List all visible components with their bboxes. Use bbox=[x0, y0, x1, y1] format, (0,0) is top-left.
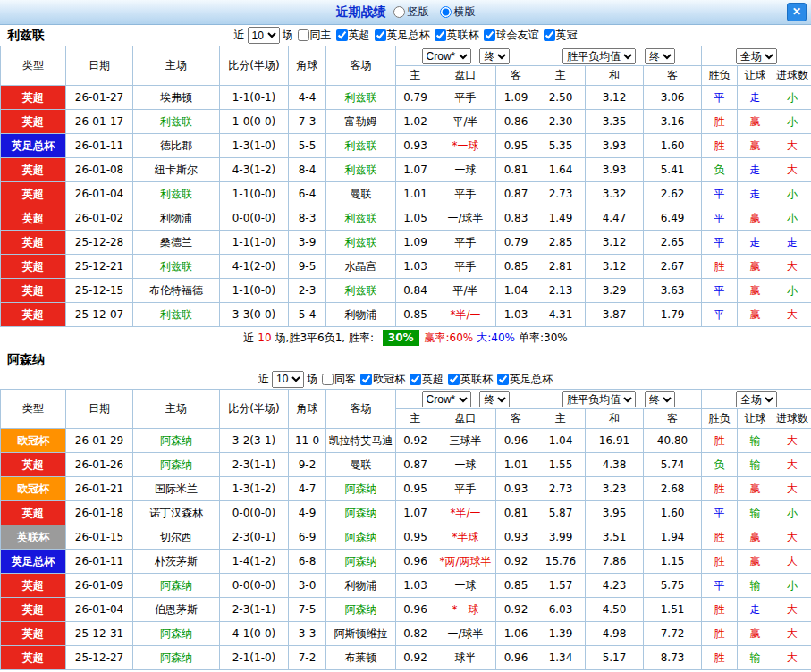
match-row: 英超26-01-09阿森纳0-0(0-0)3-0利物浦1.03一球0.851.5… bbox=[1, 574, 811, 598]
handicap-line: 一球 bbox=[435, 453, 496, 477]
lose-odds: 1.79 bbox=[644, 303, 702, 327]
result-goals: 大 bbox=[773, 525, 811, 550]
league-filter-2[interactable]: 英足总杯 bbox=[375, 28, 430, 43]
match-date: 26-01-15 bbox=[66, 525, 133, 550]
bookmaker-select[interactable]: Crow* bbox=[422, 48, 471, 64]
subcol-handicap-away: 客 bbox=[496, 66, 536, 86]
away-team: 阿森纳 bbox=[326, 525, 396, 550]
final-odds-select-2[interactable]: 终 bbox=[645, 391, 675, 407]
layout-radio-input[interactable] bbox=[440, 6, 452, 18]
scope-group-header: 全场 bbox=[702, 390, 811, 409]
filter-games-label: 场 bbox=[283, 28, 293, 43]
score: 1-1(1-0) bbox=[220, 231, 289, 255]
match-row: 欧冠杯26-01-29阿森纳3-2(3-1)11-0凯拉特艾马迪0.92三球半0… bbox=[1, 429, 811, 453]
away-team: 利兹联 bbox=[326, 279, 396, 303]
layout-radio-horizontal[interactable]: 横版 bbox=[440, 4, 476, 20]
league-filter-checkbox[interactable] bbox=[497, 374, 509, 385]
away-team: 利兹联 bbox=[326, 86, 396, 110]
league-filter-checkbox[interactable] bbox=[435, 29, 446, 41]
win-odds: 2.73 bbox=[536, 477, 586, 501]
odds-type-select[interactable]: 胜平负均值 bbox=[562, 391, 636, 407]
league-filter-4[interactable]: 球会友谊 bbox=[484, 28, 539, 43]
handicap-line: 平手 bbox=[435, 86, 496, 110]
league-filter-checkbox[interactable] bbox=[298, 29, 309, 41]
home-team: 利兹联 bbox=[133, 255, 220, 279]
handicap-home-odds: 1.05 bbox=[396, 206, 435, 231]
result-goals: 大 bbox=[773, 646, 811, 670]
league-filter-checkbox[interactable] bbox=[448, 374, 460, 385]
lose-odds: 1.94 bbox=[644, 525, 702, 550]
subcol-lose: 客 bbox=[644, 66, 702, 86]
league-filter-checkbox[interactable] bbox=[336, 29, 348, 41]
bookmaker-select[interactable]: Crow* bbox=[422, 391, 471, 407]
final-odds-select[interactable]: 终 bbox=[479, 391, 510, 407]
league-filter-3[interactable]: 英联杯 bbox=[448, 372, 493, 387]
result-wdl: 胜 bbox=[702, 134, 738, 158]
result-goals: 小 bbox=[773, 206, 811, 231]
close-button[interactable]: ✕ bbox=[787, 3, 807, 21]
lose-odds: 1.60 bbox=[644, 134, 702, 158]
subcol-handicap-away: 客 bbox=[496, 409, 536, 429]
filter-bar: 近10场同主英超英足总杯英联杯球会友谊英冠 bbox=[0, 25, 811, 46]
handicap-away-odds: 0.79 bbox=[496, 231, 536, 255]
league-filter-0[interactable]: 同客 bbox=[322, 372, 356, 387]
layout-radio-label: 竖版 bbox=[408, 4, 429, 20]
corners: 7-2 bbox=[289, 646, 326, 670]
final-odds-select-2[interactable]: 终 bbox=[645, 48, 675, 64]
league-filter-3[interactable]: 英联杯 bbox=[435, 28, 479, 43]
league-filter-1[interactable]: 欧冠杯 bbox=[360, 372, 405, 387]
league-filter-checkbox[interactable] bbox=[484, 29, 495, 41]
col-date-header: 日期 bbox=[66, 390, 133, 429]
league-filter-0[interactable]: 同主 bbox=[298, 28, 332, 43]
home-team: 阿森纳 bbox=[133, 622, 220, 646]
win-odds: 1.04 bbox=[536, 429, 586, 453]
match-count-select[interactable]: 10 bbox=[248, 27, 280, 44]
lose-odds: 6.49 bbox=[644, 206, 702, 231]
match-row: 英超26-01-02利物浦0-0(0-0)8-3利兹联1.05一/球半0.831… bbox=[1, 206, 811, 231]
corners: 6-4 bbox=[289, 182, 326, 206]
league-filter-checkbox[interactable] bbox=[544, 29, 555, 41]
handicap-home-odds: 1.07 bbox=[396, 158, 435, 182]
match-date: 25-12-21 bbox=[66, 255, 133, 279]
odds-type-select[interactable]: 胜平负均值 bbox=[562, 48, 636, 64]
lose-odds: 3.16 bbox=[644, 110, 702, 134]
league-type-badge: 英超 bbox=[1, 598, 66, 622]
filter-games-label: 场 bbox=[307, 372, 317, 387]
league-filter-checkbox[interactable] bbox=[410, 374, 421, 385]
away-team: 利兹联 bbox=[326, 134, 396, 158]
home-team: 诺丁汉森林 bbox=[133, 501, 220, 525]
league-type-badge: 英超 bbox=[1, 86, 66, 110]
draw-odds: 3.95 bbox=[586, 501, 644, 525]
handicap-home-odds: 0.85 bbox=[396, 303, 435, 327]
league-filter-2[interactable]: 英超 bbox=[410, 372, 444, 387]
league-filter-checkbox[interactable] bbox=[360, 374, 372, 385]
match-row: 欧冠杯26-01-21国际米兰1-3(1-2)4-7阿森纳0.95平手0.932… bbox=[1, 477, 811, 501]
results-body: 欧冠杯26-01-29阿森纳3-2(3-1)11-0凯拉特艾马迪0.92三球半0… bbox=[1, 429, 811, 670]
match-date: 26-01-04 bbox=[66, 182, 133, 206]
league-filter-checkbox[interactable] bbox=[322, 374, 334, 385]
final-odds-select[interactable]: 终 bbox=[479, 48, 510, 64]
result-goals: 小 bbox=[773, 279, 811, 303]
layout-radio-input[interactable] bbox=[393, 6, 405, 18]
scope-select[interactable]: 全场 bbox=[736, 48, 777, 64]
handicap-away-odds: 0.93 bbox=[496, 525, 536, 550]
scope-select[interactable]: 全场 bbox=[736, 391, 777, 407]
subcol-handicap-result: 让球 bbox=[738, 66, 773, 86]
handicap-line: 一/球半 bbox=[435, 622, 496, 646]
layout-radio-vertical[interactable]: 竖版 bbox=[393, 4, 429, 20]
win-odds: 1.34 bbox=[536, 646, 586, 670]
match-row: 英超25-12-21利兹联4-1(2-0)9-5水晶宫1.03平手0.852.8… bbox=[1, 255, 811, 279]
result-goals: 大 bbox=[773, 550, 811, 574]
league-filter-checkbox[interactable] bbox=[375, 29, 386, 41]
league-filter-1[interactable]: 英超 bbox=[336, 28, 370, 43]
handicap-line: *一球 bbox=[435, 134, 496, 158]
filter-near-label: 近 bbox=[258, 372, 269, 387]
league-filter-5[interactable]: 英冠 bbox=[544, 28, 578, 43]
home-team: 伯恩茅斯 bbox=[133, 598, 220, 622]
result-wdl: 胜 bbox=[702, 598, 738, 622]
league-filter-4[interactable]: 英足总杯 bbox=[497, 372, 553, 387]
corners: 5-4 bbox=[289, 303, 326, 327]
result-wdl: 平 bbox=[702, 279, 738, 303]
match-count-select[interactable]: 10 bbox=[272, 371, 304, 388]
corners: 4-7 bbox=[289, 477, 326, 501]
